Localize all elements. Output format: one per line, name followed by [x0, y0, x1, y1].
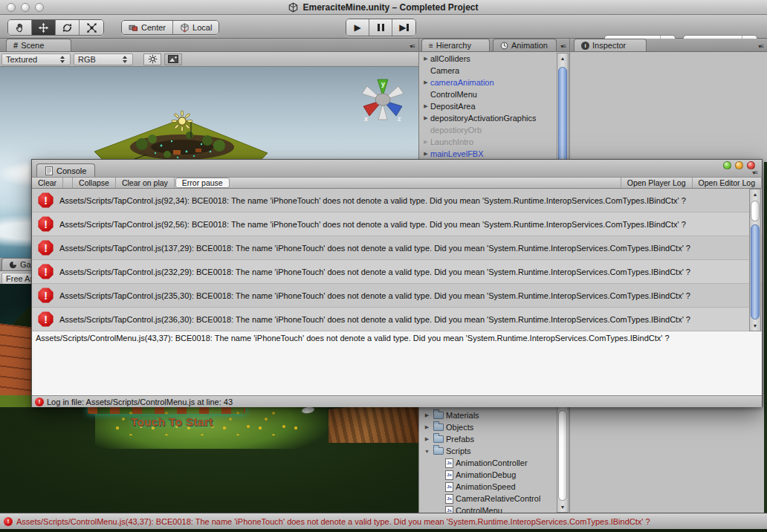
expand-arrow-icon: ▶ — [421, 151, 430, 157]
expand-arrow-icon: ▶ — [423, 412, 431, 418]
collapse-button[interactable]: Collapse — [73, 178, 116, 188]
traffic-lights — [7, 3, 44, 12]
scroll-up-icon[interactable]: ▲ — [557, 53, 568, 63]
project-folder[interactable]: ▼Scripts — [419, 445, 557, 457]
tab-animation[interactable]: Animation — [493, 39, 557, 51]
sun-gizmo[interactable] — [171, 110, 193, 132]
clear-on-play-button[interactable]: Clear on play — [116, 178, 175, 188]
panel-menu-icon[interactable]: ▾≡ — [410, 43, 415, 50]
error-icon: ! — [35, 398, 44, 406]
hand-tool-button[interactable] — [8, 20, 32, 35]
pause-button[interactable] — [369, 19, 392, 36]
grass-strip — [0, 395, 34, 407]
console-entry[interactable]: !Assets/Scripts/TapControl.js(92,34): BC… — [32, 189, 762, 213]
hierarchy-tabbar: ≡ Hierarchy Animation ▾≡ — [419, 39, 569, 52]
project-folder[interactable]: ▶Materials — [419, 409, 557, 421]
console-entry[interactable]: !Assets/Scripts/TapControl.js(235,30): B… — [32, 284, 762, 308]
scroll-down-icon[interactable]: ▼ — [750, 321, 760, 331]
console-entry[interactable]: !Assets/Scripts/TapControl.js(137,29): B… — [32, 236, 762, 260]
error-icon: ! — [38, 288, 54, 303]
panel-menu-icon[interactable]: ▾≡ — [752, 169, 757, 176]
move-tool-button[interactable] — [32, 20, 56, 35]
scroll-down-icon[interactable]: ▼ — [557, 502, 568, 512]
open-player-log-button[interactable]: Open Player Log — [621, 178, 693, 188]
console-entry[interactable]: !Assets/Scripts/TapControl.js(92,56): BC… — [32, 213, 762, 236]
svg-text:x: x — [364, 115, 368, 123]
tab-scene[interactable]: # Scene — [6, 39, 71, 51]
rotate-tool-button[interactable] — [56, 20, 80, 35]
scene-toolbar: Textured RGB — [0, 52, 418, 67]
scene-lighting-toggle[interactable] — [143, 53, 161, 65]
error-icon: ! — [38, 192, 54, 208]
bottom-edge — [0, 529, 767, 532]
console-close-button[interactable] — [747, 161, 755, 169]
error-icon: ! — [38, 240, 54, 256]
project-script[interactable]: JsCameraRelativeControl — [419, 493, 557, 505]
scroll-up-icon[interactable]: ▲ — [750, 189, 760, 199]
channel-dropdown[interactable]: RGB — [74, 53, 133, 65]
tab-console[interactable]: Console — [36, 163, 95, 177]
console-entry[interactable]: !Assets/Scripts/TapControl.js(232,29): B… — [32, 260, 762, 284]
console-zoom-button[interactable] — [723, 161, 731, 169]
inspector-tabbar: i Inspector ▾≡ — [570, 39, 767, 52]
js-file-icon: Js — [445, 470, 453, 480]
hierarchy-item[interactable]: Camera — [419, 65, 557, 77]
open-editor-log-button[interactable]: Open Editor Log — [692, 178, 762, 188]
center-pivot-button[interactable]: Center — [122, 21, 173, 34]
clear-button[interactable]: Clear — [32, 178, 63, 188]
close-button[interactable] — [7, 3, 16, 12]
hierarchy-item[interactable]: depostioryOrb — [419, 124, 557, 136]
project-folder[interactable]: ▶Objects — [419, 421, 557, 433]
hierarchy-item[interactable]: ▶LaunchIntro — [419, 136, 557, 148]
hierarchy-item[interactable]: ▶mainLevelFBX — [419, 148, 557, 160]
local-space-button[interactable]: Local — [173, 21, 219, 34]
scrollbar-thumb[interactable] — [558, 67, 567, 171]
render-mode-dropdown[interactable]: Textured — [1, 53, 71, 65]
expand-arrow-icon: ▶ — [421, 115, 430, 121]
scrollbar-thumb[interactable] — [751, 201, 760, 221]
step-icon: ▶ — [399, 23, 409, 32]
info-icon: i — [581, 42, 589, 50]
project-script[interactable]: JsAnimationSpeed — [419, 481, 557, 493]
scrollbar-thumb[interactable] — [558, 410, 567, 501]
popup-arrows-icon — [59, 56, 66, 63]
scale-tool-button[interactable] — [80, 20, 103, 35]
status-message: Assets/Scripts/ControlMenu.js(43,37): BC… — [16, 517, 650, 526]
tab-hierarchy[interactable]: ≡ Hierarchy — [421, 39, 490, 51]
hierarchy-item[interactable]: ▶depositoryActivationGraphics — [419, 112, 557, 124]
play-button[interactable]: ▶ — [346, 19, 369, 36]
hierarchy-item[interactable]: ControlMenu — [419, 88, 557, 100]
hierarchy-item[interactable]: ▶allColliders — [419, 53, 557, 65]
scene-tabbar: # Scene ▾≡ — [0, 39, 418, 52]
pivot-space-buttons: Center Local — [121, 20, 219, 35]
brick-wall — [0, 323, 31, 400]
js-file-icon: Js — [445, 482, 453, 492]
scene-overlay-toggle[interactable] — [164, 53, 182, 65]
error-icon: ! — [38, 216, 54, 232]
js-file-icon: Js — [445, 494, 453, 504]
zoom-button[interactable] — [35, 3, 44, 12]
panel-menu-icon[interactable]: ▾≡ — [560, 43, 566, 50]
minimize-button[interactable] — [21, 3, 30, 12]
rotate-icon — [62, 22, 73, 33]
error-pause-button[interactable]: Error pause — [175, 178, 230, 188]
console-titlebar[interactable]: Console ▾≡ — [32, 160, 762, 177]
console-log-list: !Assets/Scripts/TapControl.js(92,34): BC… — [32, 189, 762, 331]
panel-menu-icon[interactable]: ▾≡ — [758, 43, 763, 50]
console-minimize-button[interactable] — [735, 161, 743, 169]
project-folder[interactable]: ▶Prefabs — [419, 433, 557, 445]
project-script[interactable]: JsAnimationController — [419, 457, 557, 469]
hierarchy-item[interactable]: ▶DepositArea — [419, 100, 557, 112]
scrollbar-thumb[interactable] — [751, 224, 760, 319]
playback-controls: ▶ ▶ — [346, 19, 416, 36]
status-bar[interactable]: ! Assets/Scripts/ControlMenu.js(43,37): … — [0, 513, 767, 529]
axis-gizmo[interactable]: y x z — [359, 75, 407, 123]
step-button[interactable]: ▶ — [392, 19, 415, 36]
expand-arrow-icon: ▶ — [421, 103, 430, 109]
console-scrollbar[interactable]: ▲ ▼ — [749, 189, 761, 331]
svg-text:y: y — [381, 80, 385, 88]
project-script[interactable]: JsAnimationDebug — [419, 469, 557, 481]
hierarchy-item[interactable]: ▶cameraAnimation — [419, 77, 557, 88]
console-entry[interactable]: !Assets/Scripts/TapControl.js(236,30): B… — [32, 308, 762, 331]
tab-inspector[interactable]: i Inspector — [574, 39, 647, 51]
